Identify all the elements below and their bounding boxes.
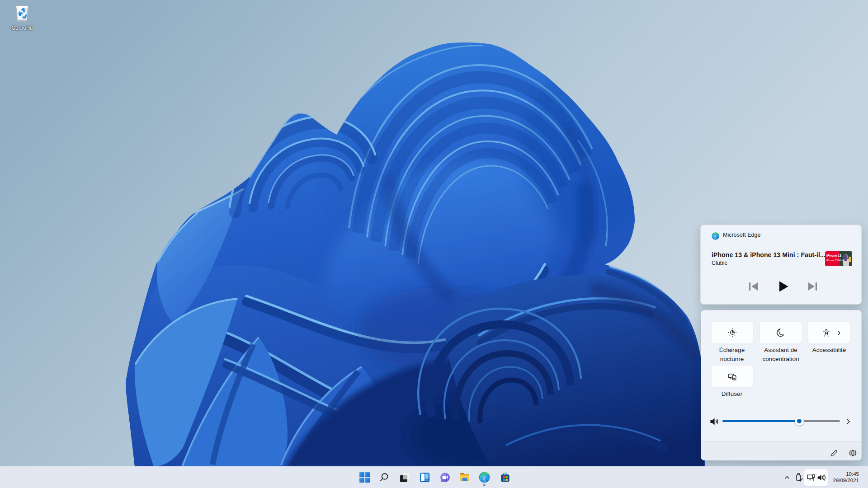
svg-text:iPhone 13: iPhone 13 [826,254,841,257]
svg-text:iPhone 13 Mini: iPhone 13 Mini [826,259,843,262]
